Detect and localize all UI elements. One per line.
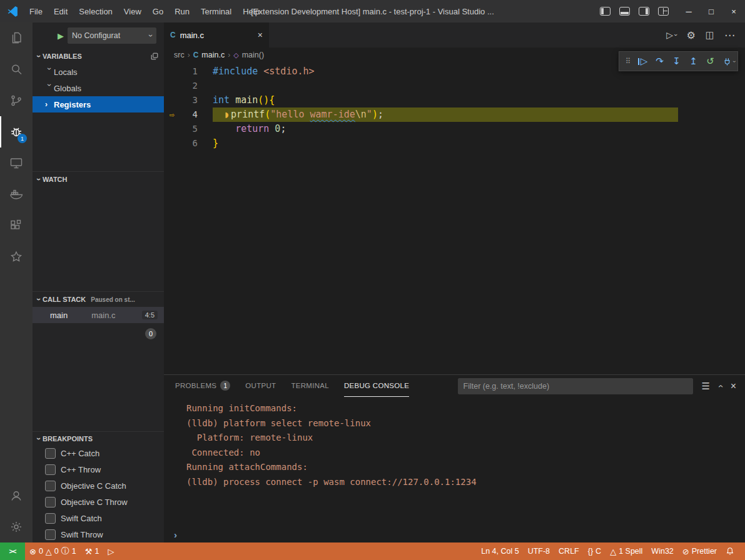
current-frame-arrow-icon[interactable]: ⇨ [164,108,180,122]
step-out-button[interactable]: ↥ [685,53,702,69]
run-or-debug-button[interactable]: ▷ › [666,30,676,40]
more-actions-icon[interactable]: ⋯ [724,29,735,42]
spell-status[interactable]: △ 1 Spell [606,542,647,560]
cursor-position-status[interactable]: Ln 4, Col 5 [477,542,523,560]
sidebar-item-docker[interactable] [0,179,33,210]
code-line-3[interactable]: 3int main(){ [164,93,745,108]
variables-header[interactable]: › VARIABLES [33,49,164,64]
code-line-2[interactable]: 2 [164,79,745,93]
menu-terminal[interactable]: Terminal [195,0,237,22]
breakpoint-row-2[interactable]: Objective C Catch [33,478,164,494]
panes-icon[interactable] [150,52,159,61]
toggle-secondary-sidebar-icon[interactable] [639,7,649,16]
breadcrumb-symbol[interactable]: main() [242,51,264,59]
toggle-panel-icon[interactable] [619,7,630,16]
menu-file[interactable]: File [24,0,48,22]
encoding-status[interactable]: UTF-8 [524,542,554,560]
notifications-status[interactable] [721,542,739,560]
start-debug-icon[interactable]: ▶ [58,31,64,41]
menu-view[interactable]: View [118,0,147,22]
sidebar-item-source-control[interactable] [0,85,33,116]
menu-go[interactable]: Go [147,0,169,22]
sidebar-item-settings[interactable] [0,511,33,542]
eol-status[interactable]: CRLF [554,542,584,560]
current-frame-arrow-icon[interactable] [164,136,180,151]
remote-indicator[interactable]: >< [0,542,25,560]
chevron-up-icon[interactable]: › [716,384,724,388]
breakpoint-row-1[interactable]: C++ Throw [33,461,164,478]
code-line-6[interactable]: 6} [164,136,745,151]
checkbox-icon[interactable] [45,529,56,540]
current-frame-arrow-icon[interactable] [164,79,180,93]
menu-edit[interactable]: Edit [48,0,73,22]
menu-selection[interactable]: Selection [73,0,118,22]
sidebar-item-accounts[interactable] [0,480,33,511]
current-frame-arrow-icon[interactable] [164,64,180,79]
sidebar-item-explorer[interactable] [0,22,33,54]
breakpoint-label: Swift Catch [61,514,102,523]
split-editor-icon[interactable]: ◫ [706,29,714,41]
console-filter-input[interactable] [458,378,693,394]
frame-name: main [50,311,68,320]
panel-tab-terminal[interactable]: TERMINAL [291,375,329,397]
checkbox-icon[interactable] [45,497,56,508]
variables-row-registers[interactable]: ›Registers [33,96,164,112]
variables-row-globals[interactable]: ›Globals [33,80,164,96]
step-into-button[interactable]: ↧ [668,53,685,69]
sidebar-item-favorites[interactable] [0,241,33,272]
code-editor[interactable]: 1#include <stdio.h>23int main(){⇨4 ◗prin… [164,62,745,374]
debug-launch-status[interactable]: ▷ [103,542,118,560]
breakpoint-row-3[interactable]: Objective C Throw [33,494,164,510]
menu-run[interactable]: Run [169,0,195,22]
breakpoint-row-4[interactable]: Swift Catch [33,510,164,526]
breadcrumb-file[interactable]: main.c [201,51,225,59]
tools-status[interactable]: ⚒ 1 [81,542,104,560]
code-line-5[interactable]: 5 return 0; [164,122,745,136]
step-over-button[interactable]: ↷ [651,53,668,69]
panel-tab-problems[interactable]: PROBLEMS1 [175,375,230,397]
console-input[interactable]: › [164,526,745,542]
current-frame-arrow-icon[interactable] [164,93,180,108]
code-token: wamr-ide [310,109,355,120]
language-status[interactable]: {} C [584,542,606,560]
filter-list-icon[interactable]: ☰ [702,381,710,392]
chevron-down-icon[interactable]: › [731,61,737,62]
watch-header[interactable]: › WATCH [33,171,164,187]
maximize-button[interactable]: □ [700,0,722,22]
customize-layout-icon[interactable] [658,7,669,16]
breadcrumb-folder[interactable]: src [174,51,185,59]
close-button[interactable]: × [722,0,745,22]
toggle-sidebar-icon[interactable] [600,7,611,16]
debug-config-dropdown[interactable]: No Configurat › [68,28,156,44]
checkbox-icon[interactable] [45,513,56,524]
minimize-button[interactable]: ─ [677,0,700,22]
checkbox-icon[interactable] [45,481,56,491]
problems-status[interactable]: ⊗ 0 △ 0 ⓘ 1 [25,542,81,560]
panel-tab-output[interactable]: OUTPUT [245,375,276,397]
breakpoints-header[interactable]: › BREAKPOINTS [33,431,164,445]
sidebar-item-extensions[interactable] [0,210,33,241]
variables-row-locals[interactable]: ›Locals [33,64,164,80]
restart-button[interactable]: ↺ [702,53,719,69]
vscode-logo-icon [6,5,19,18]
breakpoint-row-0[interactable]: C++ Catch [33,445,164,461]
sidebar-item-search[interactable] [0,54,33,85]
tab-main-c[interactable]: C main.c × [164,22,269,48]
close-icon[interactable]: × [731,381,736,392]
sidebar-item-remote-explorer[interactable] [0,148,33,179]
sidebar-item-run-debug[interactable]: 1 [0,116,33,148]
checkbox-icon[interactable] [45,448,56,459]
formatter-status[interactable]: ⊘ Prettier [678,542,721,560]
code-line-4[interactable]: ⇨4 ◗printf("hello wamr-ide\n"); [164,108,745,122]
breakpoint-row-5[interactable]: Swift Throw [33,526,164,542]
platform-status[interactable]: Win32 [647,542,677,560]
gear-icon[interactable]: ⚙ [686,29,695,41]
toolbar-grip-icon[interactable]: ⠿ [622,53,634,69]
close-icon[interactable]: × [258,30,263,40]
checkbox-icon[interactable] [45,464,56,475]
stack-frame-row[interactable]: main main.c 4:5 [33,307,164,323]
call-stack-header[interactable]: › CALL STACK Paused on st... [33,291,164,307]
panel-tab-debug-console[interactable]: DEBUG CONSOLE [344,375,409,397]
continue-button[interactable]: ▷ [634,53,651,69]
current-frame-arrow-icon[interactable] [164,122,180,136]
